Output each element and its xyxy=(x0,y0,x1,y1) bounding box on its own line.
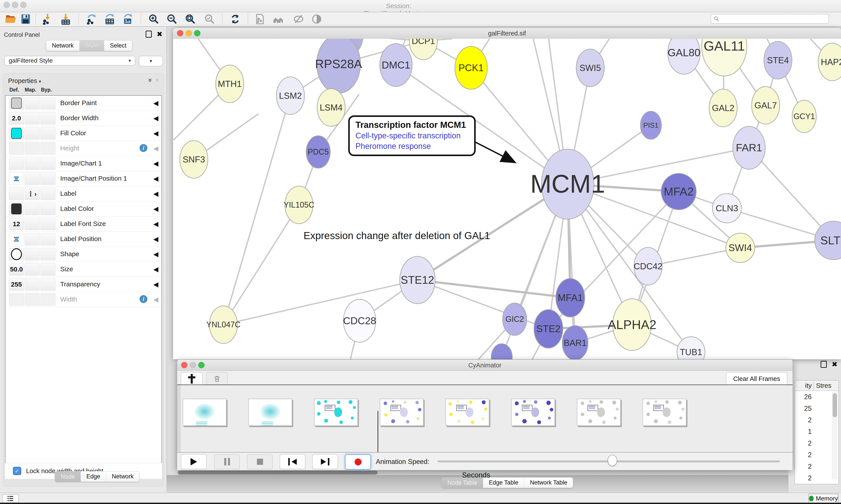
slider-thumb[interactable] xyxy=(608,455,617,466)
table-cell-value[interactable]: 2 xyxy=(795,461,812,472)
timeline[interactable]: 0123456789 Seconds xyxy=(177,385,793,452)
network-node-mfa1[interactable]: MFA1 xyxy=(556,278,585,317)
tab-network-bottom[interactable]: Network xyxy=(106,471,139,482)
bypass-cell[interactable] xyxy=(40,248,55,260)
bypass-cell[interactable] xyxy=(40,173,55,185)
bypass-cell[interactable] xyxy=(40,278,55,290)
network-node-dmc1[interactable]: DMC1 xyxy=(380,43,412,87)
bypass-cell[interactable] xyxy=(40,218,55,230)
zoom-fit-button[interactable] xyxy=(183,13,197,25)
zoom-out-button[interactable] xyxy=(165,13,179,25)
frame-thumbnail-6[interactable] xyxy=(577,399,621,426)
network-node-yil105c[interactable]: YIL105C xyxy=(284,186,314,224)
property-row-transparency[interactable]: 255Transparency◀ xyxy=(5,277,161,292)
mapping-cell[interactable] xyxy=(25,158,40,170)
bypass-cell[interactable] xyxy=(40,97,55,109)
expand-row-icon[interactable]: ◀ xyxy=(153,281,158,288)
expand-row-icon[interactable]: ◀ xyxy=(153,250,158,258)
network-node-gal2[interactable]: GAL2 xyxy=(709,89,737,127)
table-cell-value[interactable]: 2 xyxy=(795,449,812,461)
mapping-cell[interactable] xyxy=(25,97,40,109)
close-window-icon[interactable] xyxy=(3,2,10,8)
frame-thumbnail-5[interactable] xyxy=(511,399,555,426)
hide-view-icon[interactable] xyxy=(292,13,305,25)
network-node-ste4[interactable]: STE4 xyxy=(764,41,792,79)
expand-row-icon[interactable]: ◀ xyxy=(153,235,158,243)
tab-network[interactable]: Network xyxy=(46,40,79,51)
property-row-label[interactable]: ⋮›Label◀ xyxy=(5,186,161,201)
network-node-lsm2[interactable]: LSM2 xyxy=(276,77,304,114)
bypass-cell[interactable] xyxy=(40,203,55,215)
default-value-cell[interactable] xyxy=(9,127,24,140)
record-button[interactable] xyxy=(345,454,371,470)
stop-button[interactable] xyxy=(247,454,273,469)
mapping-cell[interactable] xyxy=(25,173,40,185)
network-node-cln3[interactable]: CLN3 xyxy=(713,194,741,223)
frame-thumbnail-7[interactable] xyxy=(643,399,686,426)
tab-select[interactable]: Select xyxy=(104,40,132,51)
style-selector-dropdown[interactable]: galFiltered Style ▾ xyxy=(4,56,135,66)
property-row-image-chart-position-1[interactable]: Image/Chart Position 1◀ xyxy=(5,171,161,186)
annotation-box[interactable]: Transcription factor MCM1 Cell-type-spec… xyxy=(348,115,476,156)
property-row-image-chart-1[interactable]: Image/Chart 1◀ xyxy=(5,156,161,171)
expand-row-icon[interactable]: ◀ xyxy=(153,160,158,167)
default-value-cell[interactable] xyxy=(9,248,24,260)
tab-style[interactable]: Style xyxy=(79,40,104,51)
network-node-gic2[interactable]: GIC2 xyxy=(503,303,527,336)
frame-thumbnail-0[interactable] xyxy=(183,399,227,426)
table-cell-value[interactable]: 2 xyxy=(795,484,812,484)
expand-row-icon[interactable]: ◀ xyxy=(153,175,158,182)
default-value-cell[interactable] xyxy=(9,187,24,200)
float-panel-icon[interactable] xyxy=(146,31,152,38)
property-row-border-width[interactable]: 2.0Border Width◀ xyxy=(5,111,161,126)
mapping-cell[interactable] xyxy=(25,278,40,290)
import-table-button[interactable] xyxy=(59,13,72,25)
network-node-ste2[interactable]: STE2 xyxy=(534,310,563,348)
network-snapshot-button[interactable] xyxy=(253,13,267,25)
bypass-cell[interactable] xyxy=(40,112,55,124)
save-session-button[interactable] xyxy=(19,13,32,25)
table-cell-value[interactable]: 2 xyxy=(795,414,812,426)
default-value-cell[interactable]: 12 xyxy=(9,218,24,230)
play-button[interactable] xyxy=(181,454,207,469)
default-value-cell[interactable]: 255 xyxy=(9,278,24,290)
show-hide-group-button[interactable] xyxy=(271,13,285,25)
style-options-dropdown[interactable]: ▾ xyxy=(139,56,163,66)
expand-all-icon[interactable]: » xyxy=(147,78,154,82)
new-table-button[interactable] xyxy=(103,13,117,25)
network-node-alpha2[interactable]: ALPHA2 xyxy=(608,299,656,350)
zoom-in-button[interactable] xyxy=(147,13,161,25)
property-row-size[interactable]: 50.0Size◀ xyxy=(5,262,161,277)
network-node-dcp1[interactable]: DCP1 xyxy=(409,39,437,60)
delete-frame-button[interactable] xyxy=(206,372,228,385)
network-node-mfa2[interactable]: MFA2 xyxy=(661,174,696,210)
chevron-down-icon[interactable]: ▾ xyxy=(39,79,41,84)
table-vertical-scrollbar[interactable] xyxy=(832,392,838,480)
frame-thumbnail-2[interactable] xyxy=(314,399,358,426)
bypass-cell[interactable] xyxy=(40,187,55,200)
search-field[interactable] xyxy=(711,14,829,24)
bypass-cell[interactable] xyxy=(40,263,55,275)
default-value-cell[interactable] xyxy=(9,233,24,245)
property-row-label-color[interactable]: Label Color◀ xyxy=(5,201,161,217)
network-node-cdc28[interactable]: CDC28 xyxy=(343,299,376,342)
lock-size-checkbox[interactable]: ✓ xyxy=(13,467,21,475)
table-cell-value[interactable]: 25 xyxy=(795,403,812,414)
expand-row-icon[interactable]: ◀ xyxy=(153,114,158,122)
bypass-cell[interactable] xyxy=(40,233,55,245)
skip-to-end-button[interactable] xyxy=(312,454,338,469)
network-node-tub1[interactable]: TUB1 xyxy=(677,337,705,359)
scrollbar-thumb[interactable] xyxy=(833,393,837,417)
memory-button[interactable]: Memory xyxy=(809,494,838,503)
expand-row-icon[interactable]: ◀ xyxy=(153,220,158,228)
annotation-link-1[interactable]: Cell-type-specific transcription xyxy=(355,131,474,140)
default-value-cell[interactable] xyxy=(9,203,24,215)
float-panel-icon[interactable] xyxy=(821,361,827,368)
timeline-playhead[interactable] xyxy=(378,411,378,456)
mapping-cell[interactable] xyxy=(25,263,40,275)
expand-row-icon[interactable]: ◀ xyxy=(153,129,158,137)
frame-thumbnail-4[interactable] xyxy=(446,399,489,426)
network-node-pbot[interactable] xyxy=(491,344,512,359)
collapse-all-icon[interactable]: « xyxy=(154,78,162,82)
property-row-height[interactable]: Heighti◀ xyxy=(5,141,161,156)
